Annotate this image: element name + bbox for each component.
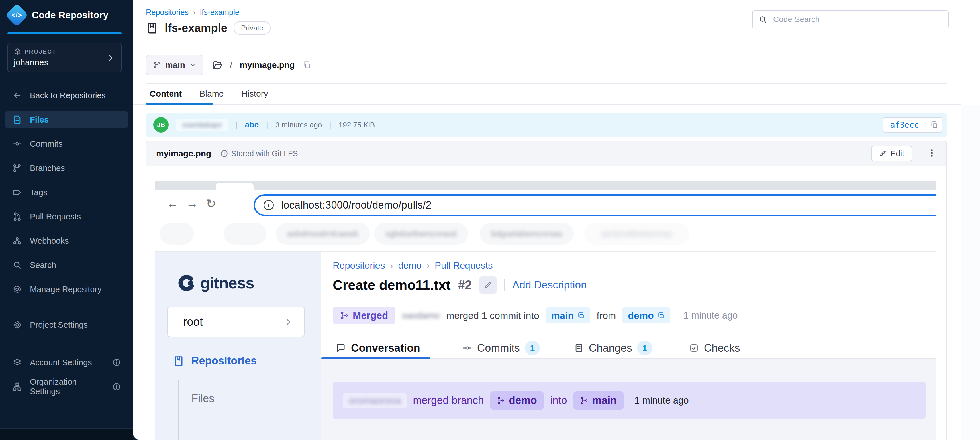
sidebar-nav-project: Project Settings: [5, 317, 128, 341]
lfs-note: Stored with Git LFS: [220, 149, 298, 158]
sidebar-item-account-settings[interactable]: Account Settings: [5, 354, 128, 371]
file-size: 192.75 KiB: [339, 121, 375, 129]
sidebar-item-webhooks[interactable]: Webhooks: [5, 233, 128, 249]
gitness-pr-title: Create demo11.txt: [333, 277, 451, 293]
commit-sha[interactable]: af3ecc: [883, 120, 926, 130]
breadcrumb-separator: ›: [193, 8, 196, 16]
sidebar-item-pull-requests[interactable]: Pull Requests: [5, 208, 128, 225]
gitness-sidebar-repositories: Repositories: [173, 355, 257, 367]
sidebar-accent-divider: [7, 32, 122, 34]
branch-selector[interactable]: main: [146, 55, 204, 75]
code-search-input[interactable]: [752, 10, 949, 29]
chevron-right-icon: [283, 317, 293, 327]
avatar[interactable]: JB: [153, 117, 169, 132]
app-window: </> Code Repository PROJECT johannes Bac…: [0, 0, 980, 440]
pencil-icon: [879, 150, 886, 157]
sidebar-item-branches[interactable]: Branches: [5, 160, 128, 176]
browser-active-tab: [216, 183, 253, 190]
info-icon[interactable]: [112, 358, 121, 367]
commit-author-redacted: nsembdoqnr: [176, 119, 228, 131]
sidebar-item-organization-settings[interactable]: Organization Settings: [5, 378, 128, 395]
search-icon: [12, 260, 22, 270]
search-icon: [758, 15, 767, 24]
edit-button[interactable]: Edit: [871, 146, 912, 161]
copy-path-icon[interactable]: [302, 61, 311, 69]
commit-sha-button[interactable]: af3ecc: [883, 117, 942, 132]
gitness-conversation-area: oromaorooa merged branch demo into main …: [321, 359, 936, 440]
gitness-space-selector: root: [167, 307, 305, 337]
app-brand: </> Code Repository: [8, 7, 108, 23]
chevron-down-icon: [190, 62, 196, 68]
browser-address-bar: i localhost:3000/root/demo/pulls/2: [253, 194, 936, 216]
gitness-merged-badge: Merged: [333, 307, 395, 324]
browser-forward-icon: →: [186, 190, 198, 217]
tab-blame[interactable]: Blame: [199, 89, 224, 99]
gitness-active-tab-underline: [321, 357, 430, 359]
main-content: Repositories › lfs-example lfs-example P…: [133, 0, 980, 440]
sidebar-divider: [7, 343, 122, 343]
gear-icon: [12, 320, 22, 330]
arrow-left-icon: [12, 91, 22, 100]
tab-content[interactable]: Content: [150, 89, 182, 99]
sidebar-item-back-to-repositories[interactable]: Back to Repositories: [5, 87, 128, 104]
checklist-icon: [689, 343, 699, 353]
tabs-divider: [133, 104, 961, 105]
branch-icon: [12, 163, 22, 173]
copy-icon: [657, 312, 665, 319]
gitness-commits-count: 1: [525, 341, 540, 356]
sidebar-item-search[interactable]: Search: [5, 257, 128, 273]
sidebar-nav-admin: Account Settings Organization Settings: [5, 354, 128, 403]
repo-book-icon: [146, 22, 158, 35]
bookmark-redacted: aeolsmdbetiwcnrao: [584, 223, 689, 244]
project-selector[interactable]: PROJECT johannes: [7, 43, 122, 72]
file-view-name: myimage.png: [156, 149, 211, 158]
breadcrumb-repo[interactable]: lfs-example: [200, 8, 239, 17]
folder-icon[interactable]: [212, 60, 223, 70]
gitness-target-branch-chip: main: [546, 308, 590, 324]
latest-commit-bar: JB nsembdoqnr | abc | 3 minutes ago | 19…: [146, 113, 947, 137]
sidebar-item-tags[interactable]: Tags: [5, 184, 128, 201]
visibility-badge: Private: [234, 21, 270, 35]
layers-icon: [12, 358, 22, 367]
gitness-merge-banner: oromaorooa merged branch demo into main …: [333, 382, 926, 419]
browser-bookmarks-bar: aebdmsotirnlcaewb sgbdoeltiwmcnraod bdgo…: [155, 217, 936, 251]
sidebar-item-project-settings[interactable]: Project Settings: [5, 317, 128, 333]
gitness-tab-changes: Changes 1: [574, 341, 652, 356]
gitness-add-description-link: Add Description: [512, 279, 587, 291]
tab-history[interactable]: History: [241, 89, 268, 99]
commit-message-link[interactable]: abc: [245, 120, 259, 129]
file-tabs: Content Blame History: [150, 89, 268, 99]
page-title: lfs-example: [165, 22, 228, 35]
image-preview: ← → ↻ i localhost:3000/root/demo/pulls/2…: [155, 181, 936, 440]
browser-back-icon: ←: [167, 190, 179, 217]
bookmark-redacted: aebdmsotirnlcaewb: [276, 223, 370, 244]
toolbar-divider: [146, 83, 947, 84]
gitness-pr-number: #2: [458, 278, 472, 292]
sidebar-item-commits[interactable]: Commits: [5, 136, 128, 152]
tag-icon: [12, 188, 22, 197]
sidebar-item-manage-repository[interactable]: Manage Repository: [5, 281, 128, 298]
more-options-icon[interactable]: [927, 148, 937, 159]
info-icon: [220, 150, 228, 158]
gitness-breadcrumb: Repositories › demo › Pull Requests: [333, 260, 493, 271]
commit-icon: [12, 139, 22, 149]
branch-icon: [153, 61, 161, 69]
sidebar-item-files[interactable]: Files: [5, 112, 128, 128]
path-separator: /: [230, 60, 232, 70]
gitness-tab-commits: Commits 1: [462, 341, 540, 356]
gitness-banner-source-chip: demo: [490, 391, 544, 410]
sidebar-nav: Back to Repositories Files Commits Branc…: [5, 87, 128, 305]
bookmark-redacted: [159, 223, 194, 244]
chevron-right-icon: [106, 54, 115, 62]
gitness-pr-author-redacted: oaodamo: [402, 310, 439, 321]
copy-sha-icon[interactable]: [926, 117, 942, 132]
file-name: myimage.png: [240, 60, 294, 70]
info-icon[interactable]: [112, 383, 121, 391]
bookmark-redacted: sgbdoeltiwmcnraod: [374, 223, 468, 244]
browser-toolbar: ← → ↻ i localhost:3000/root/demo/pulls/2: [155, 190, 936, 217]
gitness-logo: gitness: [178, 274, 254, 292]
gitness-pr-time: 1 minute ago: [683, 310, 738, 321]
breadcrumb-repositories[interactable]: Repositories: [146, 8, 189, 17]
browser-tab-strip: [155, 181, 936, 190]
scroll-gutter: [961, 105, 980, 440]
